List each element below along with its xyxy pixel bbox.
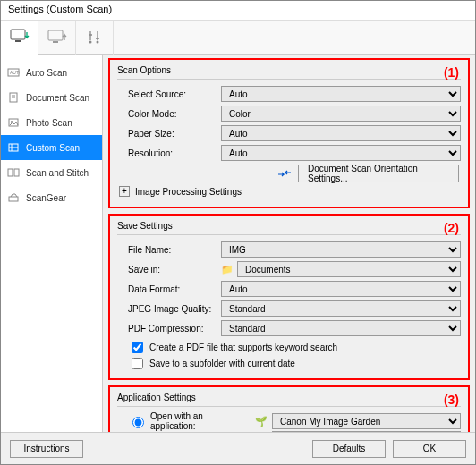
auto-icon: AUTO bbox=[6, 65, 21, 80]
annotation-box-1: (1) Scan Options Select Source:Auto Colo… bbox=[108, 58, 470, 208]
subfolder-date-label: Save to a subfolder with current date bbox=[149, 359, 295, 368]
svg-rect-1 bbox=[15, 40, 21, 42]
svg-rect-18 bbox=[9, 197, 18, 201]
subfolder-date-checkbox[interactable] bbox=[132, 358, 143, 369]
instructions-button[interactable]: Instructions bbox=[10, 440, 83, 458]
ok-button[interactable]: OK bbox=[393, 440, 466, 458]
main-panel: (1) Scan Options Select Source:Auto Colo… bbox=[103, 55, 475, 432]
svg-rect-16 bbox=[8, 169, 13, 176]
settings-window: Settings (Custom Scan) AUTOAuto Scan Doc… bbox=[0, 0, 476, 465]
open-with-label: Open with an application: bbox=[150, 411, 251, 431]
color-mode-dropdown[interactable]: Color bbox=[221, 106, 461, 122]
document-icon bbox=[6, 90, 21, 105]
sidebar: AUTOAuto Scan Document Scan Photo Scan C… bbox=[1, 55, 103, 432]
tab-scan-from-computer[interactable] bbox=[1, 21, 38, 55]
svg-rect-0 bbox=[11, 30, 25, 39]
color-mode-label: Color Mode: bbox=[117, 109, 221, 119]
top-toolbar bbox=[1, 21, 475, 55]
paper-size-dropdown[interactable]: Auto bbox=[221, 125, 461, 141]
svg-rect-3 bbox=[53, 41, 58, 43]
title-bar: Settings (Custom Scan) bbox=[1, 1, 475, 21]
custom-icon bbox=[6, 140, 21, 155]
sidebar-item-auto-scan[interactable]: AUTOAuto Scan bbox=[1, 60, 102, 85]
save-in-label: Save in: bbox=[117, 265, 221, 275]
annotation-label-3: (3) bbox=[444, 393, 459, 407]
swap-orientation-icon[interactable] bbox=[276, 167, 293, 180]
open-with-radio[interactable] bbox=[132, 417, 144, 428]
send-app-dropdown[interactable]: Preview bbox=[272, 431, 461, 432]
monitor-up-icon bbox=[47, 30, 67, 46]
image-processing-expander[interactable]: +Image Processing Settings bbox=[117, 183, 461, 199]
pdf-compression-label: PDF Compression: bbox=[117, 324, 221, 334]
application-settings-title: Application Settings bbox=[117, 393, 461, 402]
pdf-keyword-label: Create a PDF file that supports keyword … bbox=[149, 342, 337, 352]
sidebar-item-custom-scan[interactable]: Custom Scan bbox=[1, 135, 102, 160]
tab-scan-from-device[interactable] bbox=[38, 21, 76, 55]
data-format-label: Data Format: bbox=[117, 284, 221, 294]
pdf-keyword-checkbox[interactable] bbox=[132, 342, 143, 353]
jpeg-quality-dropdown[interactable]: Standard bbox=[221, 300, 461, 317]
divider bbox=[117, 406, 461, 407]
app-icon: 🌱 bbox=[254, 416, 268, 427]
resolution-dropdown[interactable]: Auto bbox=[221, 145, 461, 161]
annotation-box-2: (2) Save Settings File Name:IMG Save in:… bbox=[108, 214, 470, 380]
file-name-label: File Name: bbox=[117, 245, 221, 255]
svg-rect-17 bbox=[14, 169, 19, 176]
sidebar-item-document-scan[interactable]: Document Scan bbox=[1, 85, 102, 110]
tab-preferences[interactable] bbox=[76, 21, 114, 55]
save-in-dropdown[interactable]: Documents bbox=[237, 261, 461, 277]
scan-options-title: Scan Options bbox=[117, 65, 461, 75]
scangear-icon bbox=[6, 190, 21, 205]
photo-icon bbox=[6, 115, 21, 130]
orientation-settings-button[interactable]: Document Scan Orientation Settings... bbox=[298, 165, 459, 182]
svg-point-5 bbox=[96, 41, 98, 44]
select-source-dropdown[interactable]: Auto bbox=[221, 86, 461, 102]
sidebar-item-scan-and-stitch[interactable]: Scan and Stitch bbox=[1, 160, 102, 185]
svg-text:AUTO: AUTO bbox=[10, 70, 20, 75]
save-settings-title: Save Settings bbox=[117, 221, 461, 231]
jpeg-quality-label: JPEG Image Quality: bbox=[117, 304, 221, 314]
stitch-icon bbox=[6, 165, 21, 180]
divider bbox=[117, 234, 461, 235]
annotation-label-2: (2) bbox=[444, 221, 459, 235]
plus-icon: + bbox=[119, 186, 130, 197]
annotation-label-1: (1) bbox=[444, 65, 459, 80]
annotation-box-3: (3) Application Settings Open with an ap… bbox=[108, 385, 470, 432]
data-format-dropdown[interactable]: Auto bbox=[221, 281, 461, 297]
monitor-down-icon bbox=[10, 29, 30, 45]
select-source-label: Select Source: bbox=[117, 89, 221, 99]
sidebar-item-scangear[interactable]: ScanGear bbox=[1, 185, 102, 210]
footer: Instructions Defaults OK bbox=[1, 432, 475, 464]
divider bbox=[117, 79, 461, 80]
svg-point-4 bbox=[89, 41, 91, 44]
open-with-dropdown[interactable]: Canon My Image Garden bbox=[272, 413, 461, 429]
file-name-dropdown[interactable]: IMG bbox=[221, 241, 461, 258]
folder-icon: 📁 bbox=[221, 264, 234, 275]
paper-size-label: Paper Size: bbox=[117, 129, 221, 139]
resolution-label: Resolution: bbox=[117, 148, 221, 158]
tools-icon bbox=[87, 30, 103, 46]
defaults-button[interactable]: Defaults bbox=[312, 440, 386, 458]
svg-rect-2 bbox=[48, 30, 63, 40]
pdf-compression-dropdown[interactable]: Standard bbox=[221, 320, 461, 336]
window-title: Settings (Custom Scan) bbox=[8, 4, 112, 14]
sidebar-item-photo-scan[interactable]: Photo Scan bbox=[1, 110, 102, 135]
